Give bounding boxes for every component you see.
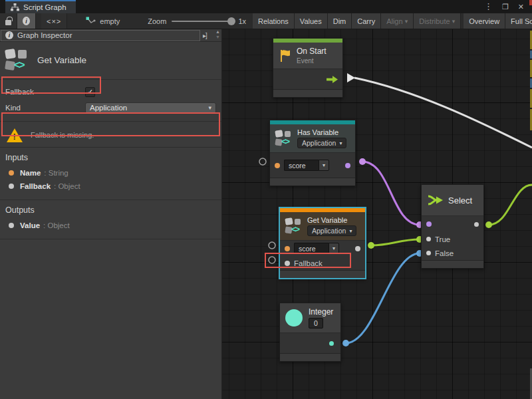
- true-port-label: True: [435, 235, 450, 243]
- integer-value-field[interactable]: 0: [309, 318, 323, 329]
- node-subtitle: Event: [297, 57, 327, 65]
- variables-icon: <>: [275, 130, 293, 147]
- fallback-checkbox[interactable]: ✓: [85, 87, 95, 97]
- screen-edge-artifact: [529, 0, 532, 5]
- node-header: Select: [422, 185, 483, 216]
- port-name: Value: [20, 221, 40, 229]
- chevron-down-icon: ▾: [339, 140, 342, 146]
- dim-button[interactable]: Dim: [328, 13, 352, 29]
- relations-button[interactable]: Relations: [253, 13, 295, 29]
- warning-message: Fallback is missing.: [0, 123, 221, 147]
- output-port-value[interactable]: [329, 341, 334, 346]
- node-body: score ▾: [270, 153, 355, 178]
- carry-button[interactable]: Carry: [352, 13, 381, 29]
- chevron-down-icon: ▾: [405, 18, 408, 25]
- node-body: score ▾ Fallback: [280, 241, 365, 270]
- flow-output-port[interactable]: [327, 76, 338, 83]
- kind-value: Application: [90, 104, 127, 112]
- node-on-start[interactable]: On Start Event: [273, 38, 343, 98]
- port-type: : Object: [54, 182, 80, 190]
- script-graph-icon: [11, 3, 19, 11]
- unit-title: Get Variable: [37, 55, 86, 65]
- wire-getvariable-select-true[interactable]: [371, 239, 420, 245]
- unconnected-port-indicator[interactable]: [259, 158, 266, 165]
- wire-hasvariable-select[interactable]: [362, 162, 420, 225]
- scroll-up-icon[interactable]: ▲: [215, 29, 220, 35]
- input-port-false[interactable]: [426, 251, 431, 255]
- unconnected-port-indicator[interactable]: [269, 257, 275, 263]
- dock-panel-icon[interactable]: ▸]: [203, 32, 207, 39]
- port-name: Fallback: [20, 182, 51, 190]
- input-port-name[interactable]: [275, 163, 280, 168]
- warning-text: Fallback is missing.: [31, 131, 94, 139]
- input-port-fallback[interactable]: [285, 261, 290, 266]
- tab-script-graph[interactable]: Script Graph: [5, 0, 76, 13]
- node-select[interactable]: Select True False: [421, 184, 484, 269]
- close-icon[interactable]: ✕: [518, 0, 524, 13]
- inspector-title-box: i Graph Inspector: [1, 30, 200, 41]
- node-body: True False: [422, 216, 483, 260]
- chevron-down-icon: ▾: [349, 228, 352, 234]
- info-icon: i: [23, 17, 30, 25]
- output-port-value[interactable]: [355, 246, 360, 251]
- zoom-slider-handle[interactable]: [227, 17, 235, 25]
- node-title: Integer: [309, 307, 333, 317]
- port-dot: [9, 170, 14, 176]
- variable-name-field[interactable]: score ▾: [284, 160, 329, 171]
- toolbar-right-buttons: Relations Values Dim Carry Align ▾ Distr…: [253, 13, 532, 29]
- node-header: On Start Event: [273, 43, 342, 69]
- input-port-true[interactable]: [426, 237, 431, 241]
- inspector-toggle-button[interactable]: i: [17, 13, 36, 29]
- lock-button[interactable]: [0, 13, 17, 29]
- output-port-selection[interactable]: [474, 222, 479, 227]
- output-port-value[interactable]: [345, 163, 350, 168]
- variable-name-field[interactable]: score ▾: [294, 243, 339, 254]
- input-port-row: Fallback : Object: [0, 180, 221, 193]
- scroll-down-icon[interactable]: ▼: [215, 35, 220, 40]
- integer-icon: [285, 309, 303, 327]
- graph-pointer-status: empty: [79, 13, 126, 29]
- selected-unit-header: <> Get Variable: [0, 42, 221, 80]
- maximize-icon[interactable]: ❐: [502, 0, 509, 13]
- chevron-down-icon: ▾: [452, 18, 456, 25]
- port-dot: [9, 184, 14, 189]
- values-button[interactable]: Values: [295, 13, 328, 29]
- graph-canvas[interactable]: On Start Event <>: [222, 29, 532, 399]
- code-view-button[interactable]: <×>: [41, 13, 67, 29]
- flag-icon: [279, 49, 292, 63]
- window-controls: ⋮ ❐ ✕: [484, 0, 524, 13]
- node-get-variable[interactable]: <> Get Variable Application ▾ sc: [279, 207, 366, 279]
- full-screen-button[interactable]: Full Screen: [505, 13, 532, 29]
- node-footer: [273, 89, 342, 97]
- wire-select-output[interactable]: [489, 185, 532, 225]
- zoom-control: Zoom 1x: [141, 13, 253, 29]
- node-footer: [280, 353, 340, 361]
- kind-dropdown[interactable]: Application ▾: [85, 102, 216, 114]
- false-port-label: False: [435, 249, 454, 257]
- chevron-down-icon: ▾: [329, 243, 339, 254]
- node-header: <> Get Variable Application ▾: [280, 212, 365, 241]
- tab-title: Script Graph: [23, 3, 66, 11]
- kebab-menu-icon[interactable]: ⋮: [484, 0, 493, 13]
- input-port-condition[interactable]: [426, 221, 432, 227]
- unconnected-port-indicator[interactable]: [269, 242, 275, 249]
- graph-toolbar: i <×> empty Zoom 1x Relations Values Dim…: [0, 13, 532, 29]
- node-title: Select: [448, 196, 472, 205]
- overview-button[interactable]: Overview: [464, 13, 505, 29]
- align-button: Align ▾: [381, 13, 414, 29]
- warning-icon: [7, 128, 23, 142]
- wire-arrowhead: [347, 73, 355, 82]
- input-port-row: Name : String: [0, 166, 221, 180]
- fallback-label: Fallback: [5, 88, 85, 96]
- node-footer: [270, 178, 355, 186]
- kind-dropdown[interactable]: Application ▾: [297, 138, 346, 148]
- zoom-slider[interactable]: [172, 21, 233, 22]
- kind-dropdown[interactable]: Application ▾: [307, 225, 356, 236]
- input-port-name[interactable]: [285, 246, 290, 251]
- node-integer[interactable]: Integer 0: [279, 303, 341, 362]
- outputs-section-header: Outputs: [0, 200, 221, 219]
- wire-onstart-flow[interactable]: [354, 78, 532, 148]
- node-has-variable[interactable]: <> Has Variable Application ▾ sc: [269, 120, 356, 186]
- variables-icon: <>: [285, 218, 303, 235]
- script-graph-window: Script Graph ⋮ ❐ ✕ i <×> empty: [0, 0, 532, 399]
